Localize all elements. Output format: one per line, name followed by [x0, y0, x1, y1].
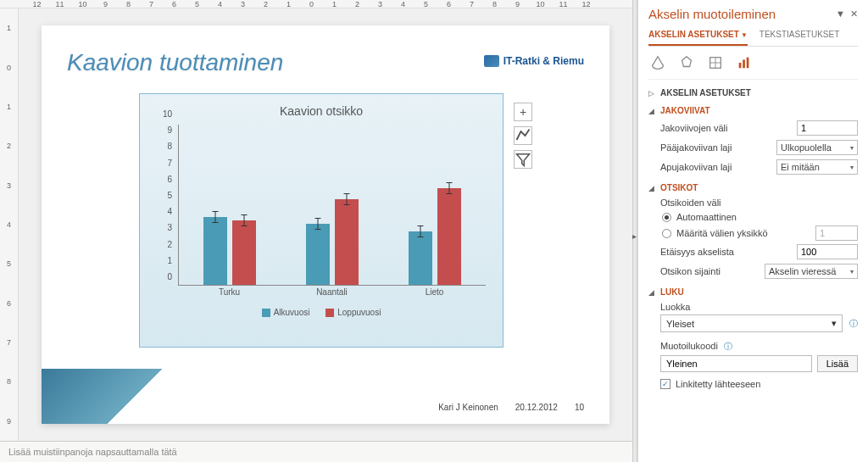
chart-elements-button[interactable]: +	[514, 103, 532, 121]
fill-line-icon[interactable]	[648, 53, 667, 72]
legend-swatch-b	[326, 309, 334, 317]
panel-dropdown-icon[interactable]: ▼	[836, 8, 845, 19]
specify-unit-input[interactable]	[815, 225, 858, 241]
category-select[interactable]: Yleiset▾	[660, 314, 843, 332]
category-label: Luokka	[660, 302, 858, 312]
chart-y-axis[interactable]: 012345678910	[157, 123, 175, 286]
labels-interval-label: Otsikoiden väli	[660, 198, 858, 208]
notes-placeholder[interactable]: Lisää muistiinpanoja napsauttamalla tätä	[0, 441, 632, 462]
svg-rect-6	[747, 58, 749, 69]
panel-title: Akselin muotoileminen	[648, 7, 776, 21]
distance-label: Etäisyys akselista	[660, 247, 797, 257]
chart-legend[interactable]: Alkuvuosi Loppuvuosi	[140, 308, 503, 319]
chart-filters-button[interactable]	[514, 150, 532, 169]
chart-title[interactable]: Kaavion otsikko	[140, 94, 503, 123]
tick-interval-label: Jakoviivojen väli	[660, 123, 797, 133]
expand-icon: ◢	[648, 184, 657, 192]
logo-text: IT-Ratki & Riemu	[504, 55, 584, 67]
format-code-input[interactable]	[660, 355, 812, 372]
distance-input[interactable]	[797, 244, 858, 259]
slide-title[interactable]: Kaavion tuottaminen	[67, 49, 283, 76]
add-button[interactable]: Lisää	[817, 355, 858, 372]
minor-tick-select[interactable]: Ei mitään▾	[776, 159, 858, 175]
chart-object[interactable]: Kaavion otsikko 012345678910 TurkuNaanta…	[139, 93, 504, 348]
checkbox-icon: ✓	[660, 379, 670, 389]
svg-rect-5	[743, 59, 745, 68]
footer-author: Kari J Keinonen	[438, 403, 498, 412]
svg-marker-0	[682, 57, 692, 67]
label-position-select[interactable]: Akselin vieressä▾	[765, 264, 858, 279]
radio-icon	[662, 213, 671, 222]
format-axis-panel: Akselin muotoileminen ▼ ✕ AKSELIN ASETUK…	[637, 0, 868, 462]
slide-footer: Kari J Keinonen 20.12.2012 10	[67, 403, 584, 412]
label-position-label: Otsikon sijainti	[660, 266, 765, 276]
info-icon[interactable]: ⓘ	[849, 318, 858, 330]
section-number[interactable]: ◢ LUKU	[648, 287, 858, 297]
logo-icon	[484, 55, 499, 67]
pane-divider[interactable]: ▸	[632, 0, 637, 462]
chart-plot-area[interactable]	[178, 125, 486, 286]
chart-x-axis[interactable]: TurkuNaantaliLieto	[178, 287, 486, 301]
legend-label-a: Alkuvuosi	[274, 308, 310, 317]
major-tick-select[interactable]: Ulkopuolella▾	[776, 140, 858, 155]
slide-logo: IT-Ratki & Riemu	[484, 55, 584, 67]
size-properties-icon[interactable]	[706, 53, 725, 72]
chart-styles-button[interactable]	[514, 126, 532, 145]
slide-decoration	[42, 369, 228, 424]
legend-swatch-a	[262, 309, 270, 317]
section-axis-options[interactable]: ▷ AKSELIN ASETUKSET	[648, 88, 858, 97]
axis-options-icon[interactable]	[735, 53, 754, 72]
footer-date: 20.12.2012	[515, 403, 558, 412]
minor-tick-label: Apujakoviivan laji	[660, 162, 776, 172]
legend-label-b: Loppuvuosi	[337, 308, 381, 317]
slide[interactable]: Kaavion tuottaminen IT-Ratki & Riemu Kaa…	[42, 25, 609, 424]
expand-icon: ◢	[648, 288, 657, 297]
radio-specify[interactable]: Määritä välien yksikkö	[660, 225, 858, 241]
footer-page: 10	[575, 403, 584, 412]
format-code-label: Muotoilukoodi	[660, 341, 718, 351]
radio-icon	[662, 229, 671, 238]
vertical-ruler: 10123456789	[0, 8, 19, 441]
effects-icon[interactable]	[677, 53, 696, 72]
linked-checkbox-row[interactable]: ✓ Linkitetty lähteeseen	[660, 379, 858, 389]
horizontal-ruler: 1211109876543210123456789101112	[0, 0, 632, 8]
tick-interval-input[interactable]	[797, 120, 858, 136]
expand-icon: ◢	[648, 107, 657, 115]
radio-automatic[interactable]: Automaattinen	[660, 212, 858, 222]
major-tick-label: Pääjakoviivan laji	[660, 142, 776, 153]
panel-close-icon[interactable]: ✕	[850, 8, 858, 19]
section-labels[interactable]: ◢ OTSIKOT	[648, 183, 858, 192]
section-tick-marks[interactable]: ◢ JAKOVIIVAT	[648, 106, 858, 115]
collapse-icon: ▷	[648, 89, 657, 97]
tab-text-options[interactable]: TEKSTIASETUKSET	[760, 28, 839, 46]
svg-rect-4	[739, 63, 742, 68]
info-icon[interactable]: ⓘ	[724, 342, 732, 351]
tab-axis-options[interactable]: AKSELIN ASETUKSET▼	[648, 28, 748, 46]
